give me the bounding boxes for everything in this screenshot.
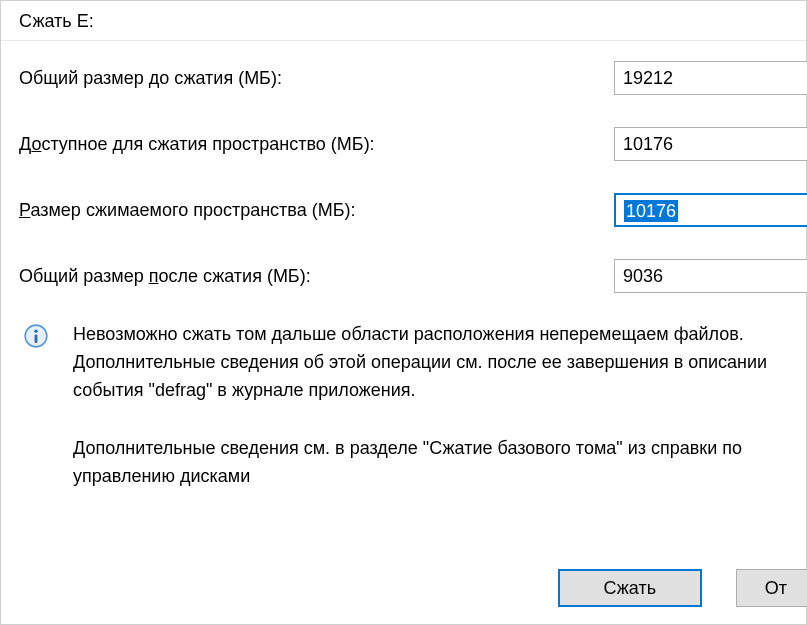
label-shrink-amount: Размер сжимаемого пространства (МБ): [19,200,614,221]
info-para-2: Дополнительные сведения см. в разделе "С… [73,435,806,491]
info-text: Невозможно сжать том дальше области расп… [73,321,806,520]
row-total-after: Общий размер после сжатия (МБ): 9036 [19,259,806,293]
cancel-button[interactable]: От [736,569,807,607]
field-shrink-amount[interactable]: 10176 [614,193,807,227]
info-para-1: Невозможно сжать том дальше области расп… [73,321,806,405]
dialog-content: Общий размер до сжатия (МБ): 19212 Досту… [1,41,806,520]
row-shrink-amount: Размер сжимаемого пространства (МБ): 101… [19,193,806,227]
shrink-button[interactable]: Сжать [558,569,702,607]
label-total-before: Общий размер до сжатия (МБ): [19,68,614,89]
dialog-title: Сжать E: [1,1,806,41]
label-total-after: Общий размер после сжатия (МБ): [19,266,614,287]
row-total-before: Общий размер до сжатия (МБ): 19212 [19,61,806,95]
field-total-before: 19212 [614,61,807,95]
shrink-volume-dialog: Сжать E: Общий размер до сжатия (МБ): 19… [0,0,807,625]
svg-point-1 [34,329,37,332]
label-available: Доступное для сжатия пространство (МБ): [19,134,614,155]
info-block: Невозможно сжать том дальше области расп… [19,321,806,520]
info-icon [23,323,49,349]
row-available: Доступное для сжатия пространство (МБ): … [19,127,806,161]
field-available: 10176 [614,127,807,161]
svg-rect-2 [35,334,38,343]
button-row: Сжать От [558,569,807,607]
field-total-after: 9036 [614,259,807,293]
